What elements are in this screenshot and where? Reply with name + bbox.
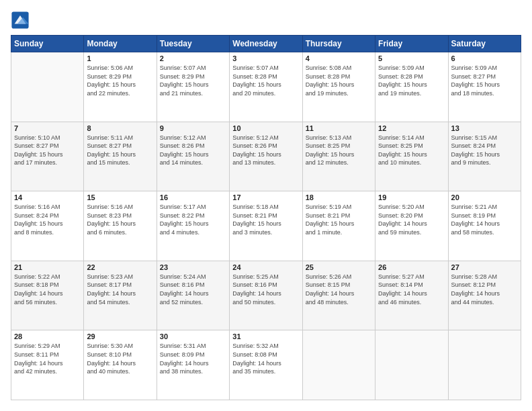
calendar-day-cell: 10Sunrise: 5:12 AM Sunset: 8:26 PM Dayli…	[230, 122, 302, 191]
weekday-header: Tuesday	[157, 36, 229, 52]
day-detail: Sunrise: 5:09 AM Sunset: 8:28 PM Dayligh…	[378, 64, 445, 97]
logo	[11, 11, 32, 30]
day-detail: Sunrise: 5:06 AM Sunset: 8:29 PM Dayligh…	[87, 64, 153, 97]
calendar-day-cell: 2Sunrise: 5:07 AM Sunset: 8:29 PM Daylig…	[157, 52, 229, 122]
calendar-day-cell: 1Sunrise: 5:06 AM Sunset: 8:29 PM Daylig…	[84, 52, 157, 122]
day-detail: Sunrise: 5:26 AM Sunset: 8:15 PM Dayligh…	[306, 273, 372, 306]
calendar-day-cell: 23Sunrise: 5:24 AM Sunset: 8:16 PM Dayli…	[157, 261, 229, 330]
calendar-day-cell: 16Sunrise: 5:17 AM Sunset: 8:22 PM Dayli…	[157, 191, 229, 261]
day-detail: Sunrise: 5:08 AM Sunset: 8:28 PM Dayligh…	[306, 64, 372, 97]
day-number: 1	[87, 54, 153, 62]
day-number: 21	[14, 263, 81, 271]
calendar-day-cell: 13Sunrise: 5:15 AM Sunset: 8:24 PM Dayli…	[448, 122, 521, 191]
day-number: 31	[232, 332, 299, 340]
day-number: 2	[160, 54, 226, 62]
day-detail: Sunrise: 5:09 AM Sunset: 8:27 PM Dayligh…	[451, 64, 518, 97]
day-number: 12	[378, 124, 445, 132]
calendar-day-cell: 31Sunrise: 5:32 AM Sunset: 8:08 PM Dayli…	[230, 330, 302, 400]
day-number: 4	[306, 54, 372, 62]
day-number: 5	[378, 54, 445, 62]
calendar-day-cell: 22Sunrise: 5:23 AM Sunset: 8:17 PM Dayli…	[84, 261, 157, 330]
calendar-day-cell: 27Sunrise: 5:28 AM Sunset: 8:12 PM Dayli…	[448, 261, 521, 330]
day-number: 25	[306, 263, 372, 271]
day-number: 29	[87, 332, 153, 340]
calendar-day-cell: 3Sunrise: 5:07 AM Sunset: 8:28 PM Daylig…	[230, 52, 302, 122]
calendar-day-cell: 12Sunrise: 5:14 AM Sunset: 8:25 PM Dayli…	[375, 122, 448, 191]
day-detail: Sunrise: 5:07 AM Sunset: 8:28 PM Dayligh…	[232, 64, 299, 97]
calendar-day-cell: 25Sunrise: 5:26 AM Sunset: 8:15 PM Dayli…	[302, 261, 375, 330]
day-number: 3	[232, 54, 299, 62]
calendar: SundayMondayTuesdayWednesdayThursdayFrid…	[11, 35, 521, 400]
calendar-day-cell: 24Sunrise: 5:25 AM Sunset: 8:16 PM Dayli…	[230, 261, 302, 330]
calendar-day-cell: 18Sunrise: 5:19 AM Sunset: 8:21 PM Dayli…	[302, 191, 375, 261]
calendar-day-cell: 7Sunrise: 5:10 AM Sunset: 8:27 PM Daylig…	[11, 122, 84, 191]
day-number: 26	[378, 263, 445, 271]
calendar-day-cell	[302, 330, 375, 400]
day-detail: Sunrise: 5:10 AM Sunset: 8:27 PM Dayligh…	[14, 134, 81, 167]
day-detail: Sunrise: 5:07 AM Sunset: 8:29 PM Dayligh…	[160, 64, 226, 97]
calendar-day-cell: 15Sunrise: 5:16 AM Sunset: 8:23 PM Dayli…	[84, 191, 157, 261]
weekday-header: Thursday	[302, 36, 375, 52]
day-detail: Sunrise: 5:23 AM Sunset: 8:17 PM Dayligh…	[87, 273, 153, 306]
day-detail: Sunrise: 5:15 AM Sunset: 8:24 PM Dayligh…	[451, 134, 518, 167]
calendar-day-cell: 30Sunrise: 5:31 AM Sunset: 8:09 PM Dayli…	[157, 330, 229, 400]
day-number: 28	[14, 332, 81, 340]
day-detail: Sunrise: 5:24 AM Sunset: 8:16 PM Dayligh…	[160, 273, 226, 306]
calendar-week-row: 1Sunrise: 5:06 AM Sunset: 8:29 PM Daylig…	[11, 52, 521, 122]
day-detail: Sunrise: 5:13 AM Sunset: 8:25 PM Dayligh…	[306, 134, 372, 167]
day-detail: Sunrise: 5:29 AM Sunset: 8:11 PM Dayligh…	[14, 342, 81, 375]
day-number: 30	[160, 332, 226, 340]
header	[11, 11, 521, 30]
day-detail: Sunrise: 5:30 AM Sunset: 8:10 PM Dayligh…	[87, 342, 153, 375]
day-number: 13	[451, 124, 518, 132]
calendar-day-cell	[448, 330, 521, 400]
day-detail: Sunrise: 5:18 AM Sunset: 8:21 PM Dayligh…	[232, 203, 299, 236]
day-detail: Sunrise: 5:32 AM Sunset: 8:08 PM Dayligh…	[232, 342, 299, 375]
weekday-header: Friday	[375, 36, 448, 52]
calendar-day-cell: 4Sunrise: 5:08 AM Sunset: 8:28 PM Daylig…	[302, 52, 375, 122]
day-detail: Sunrise: 5:12 AM Sunset: 8:26 PM Dayligh…	[160, 134, 226, 167]
weekday-header: Sunday	[11, 36, 84, 52]
calendar-day-cell: 8Sunrise: 5:11 AM Sunset: 8:27 PM Daylig…	[84, 122, 157, 191]
page: SundayMondayTuesdayWednesdayThursdayFrid…	[0, 0, 532, 411]
logo-icon	[11, 11, 30, 30]
day-detail: Sunrise: 5:12 AM Sunset: 8:26 PM Dayligh…	[232, 134, 299, 167]
day-number: 23	[160, 263, 226, 271]
calendar-week-row: 7Sunrise: 5:10 AM Sunset: 8:27 PM Daylig…	[11, 122, 521, 191]
calendar-day-cell: 26Sunrise: 5:27 AM Sunset: 8:14 PM Dayli…	[375, 261, 448, 330]
calendar-day-cell: 29Sunrise: 5:30 AM Sunset: 8:10 PM Dayli…	[84, 330, 157, 400]
day-number: 7	[14, 124, 81, 132]
day-number: 27	[451, 263, 518, 271]
calendar-day-cell	[11, 52, 84, 122]
calendar-week-row: 28Sunrise: 5:29 AM Sunset: 8:11 PM Dayli…	[11, 330, 521, 400]
calendar-day-cell	[375, 330, 448, 400]
calendar-day-cell: 14Sunrise: 5:16 AM Sunset: 8:24 PM Dayli…	[11, 191, 84, 261]
calendar-day-cell: 9Sunrise: 5:12 AM Sunset: 8:26 PM Daylig…	[157, 122, 229, 191]
day-detail: Sunrise: 5:20 AM Sunset: 8:20 PM Dayligh…	[378, 203, 445, 236]
weekday-header: Saturday	[448, 36, 521, 52]
day-number: 15	[87, 193, 153, 201]
day-number: 14	[14, 193, 81, 201]
calendar-day-cell: 21Sunrise: 5:22 AM Sunset: 8:18 PM Dayli…	[11, 261, 84, 330]
calendar-day-cell: 11Sunrise: 5:13 AM Sunset: 8:25 PM Dayli…	[302, 122, 375, 191]
day-detail: Sunrise: 5:17 AM Sunset: 8:22 PM Dayligh…	[160, 203, 226, 236]
day-number: 20	[451, 193, 518, 201]
day-detail: Sunrise: 5:22 AM Sunset: 8:18 PM Dayligh…	[14, 273, 81, 306]
calendar-day-cell: 5Sunrise: 5:09 AM Sunset: 8:28 PM Daylig…	[375, 52, 448, 122]
day-detail: Sunrise: 5:28 AM Sunset: 8:12 PM Dayligh…	[451, 273, 518, 306]
day-number: 19	[378, 193, 445, 201]
calendar-day-cell: 17Sunrise: 5:18 AM Sunset: 8:21 PM Dayli…	[230, 191, 302, 261]
calendar-week-row: 14Sunrise: 5:16 AM Sunset: 8:24 PM Dayli…	[11, 191, 521, 261]
weekday-header: Monday	[84, 36, 157, 52]
day-number: 6	[451, 54, 518, 62]
day-detail: Sunrise: 5:21 AM Sunset: 8:19 PM Dayligh…	[451, 203, 518, 236]
day-number: 10	[232, 124, 299, 132]
calendar-day-cell: 6Sunrise: 5:09 AM Sunset: 8:27 PM Daylig…	[448, 52, 521, 122]
calendar-day-cell: 20Sunrise: 5:21 AM Sunset: 8:19 PM Dayli…	[448, 191, 521, 261]
day-detail: Sunrise: 5:11 AM Sunset: 8:27 PM Dayligh…	[87, 134, 153, 167]
day-detail: Sunrise: 5:25 AM Sunset: 8:16 PM Dayligh…	[232, 273, 299, 306]
day-detail: Sunrise: 5:19 AM Sunset: 8:21 PM Dayligh…	[306, 203, 372, 236]
day-detail: Sunrise: 5:14 AM Sunset: 8:25 PM Dayligh…	[378, 134, 445, 167]
day-detail: Sunrise: 5:27 AM Sunset: 8:14 PM Dayligh…	[378, 273, 445, 306]
calendar-day-cell: 19Sunrise: 5:20 AM Sunset: 8:20 PM Dayli…	[375, 191, 448, 261]
